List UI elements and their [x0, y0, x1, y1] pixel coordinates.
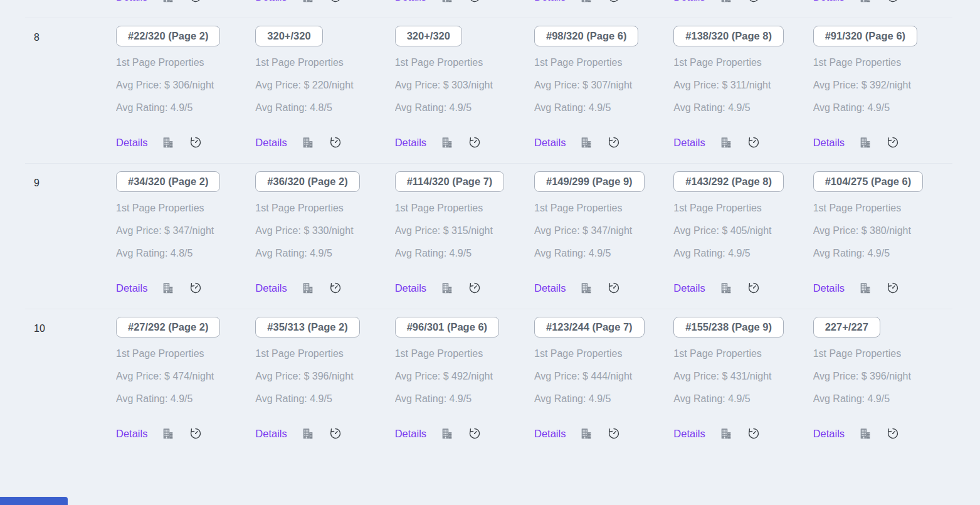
rank-badge[interactable]: #35/313 (Page 2)	[255, 317, 359, 338]
rank-badge[interactable]: #96/301 (Page 6)	[395, 317, 499, 338]
history-clock-icon[interactable]	[189, 427, 203, 440]
details-link[interactable]: Details	[116, 282, 147, 294]
building-icon[interactable]	[161, 281, 175, 295]
avg-rating-text: Avg Rating: 4.9/5	[255, 242, 394, 265]
history-clock-icon[interactable]	[189, 0, 203, 4]
rank-badge[interactable]: #36/320 (Page 2)	[255, 171, 359, 192]
rank-badge[interactable]: #104/275 (Page 6)	[813, 171, 924, 192]
building-icon[interactable]	[579, 0, 593, 4]
details-link[interactable]: Details	[534, 0, 566, 3]
details-link[interactable]: Details	[395, 137, 426, 149]
history-clock-icon[interactable]	[329, 281, 342, 295]
history-clock-icon[interactable]	[468, 281, 482, 295]
building-icon[interactable]	[719, 281, 733, 295]
history-clock-icon[interactable]	[607, 427, 621, 440]
building-icon[interactable]	[858, 427, 872, 440]
rank-badge[interactable]: #34/320 (Page 2)	[116, 171, 220, 192]
rank-badge[interactable]: #114/320 (Page 7)	[395, 171, 505, 192]
history-clock-icon[interactable]	[468, 427, 482, 440]
history-clock-icon[interactable]	[607, 136, 621, 149]
building-icon[interactable]	[719, 427, 733, 440]
history-clock-icon[interactable]	[747, 281, 761, 295]
details-link[interactable]: Details	[813, 428, 845, 440]
details-link[interactable]: Details	[255, 282, 287, 294]
details-link[interactable]: Details	[116, 428, 147, 440]
building-icon[interactable]	[579, 427, 593, 440]
details-link[interactable]: Details	[813, 0, 845, 3]
rank-badge[interactable]: #149/299 (Page 9)	[534, 171, 645, 192]
details-link[interactable]: Details	[395, 428, 426, 440]
rank-badge[interactable]: 320+/320	[395, 26, 462, 46]
history-clock-icon[interactable]	[886, 136, 900, 149]
details-link[interactable]: Details	[534, 137, 566, 149]
building-icon[interactable]	[301, 427, 315, 440]
details-link[interactable]: Details	[673, 282, 705, 294]
history-clock-icon[interactable]	[468, 0, 482, 4]
history-clock-icon[interactable]	[747, 427, 761, 440]
building-icon[interactable]	[579, 136, 593, 149]
rank-badge[interactable]: #98/320 (Page 6)	[534, 26, 638, 46]
details-link[interactable]: Details	[534, 282, 566, 294]
cell-subtitle: 1st Page Properties	[116, 197, 255, 220]
history-clock-icon[interactable]	[607, 0, 621, 4]
history-clock-icon[interactable]	[329, 136, 342, 149]
details-link[interactable]: Details	[534, 428, 566, 440]
avg-rating-text: Avg Rating: 4.9/5	[116, 97, 255, 119]
rank-badge[interactable]: 320+/320	[255, 26, 322, 46]
building-icon[interactable]	[161, 136, 175, 149]
details-link[interactable]: Details	[255, 0, 287, 3]
details-link[interactable]: Details	[813, 282, 845, 294]
rank-badge[interactable]: #155/238 (Page 9)	[673, 317, 784, 338]
details-link[interactable]: Details	[673, 428, 705, 440]
building-icon[interactable]	[301, 136, 315, 149]
history-clock-icon[interactable]	[747, 136, 761, 149]
avg-price-text: Avg Price: $ 347/night	[534, 220, 673, 242]
building-icon[interactable]	[161, 427, 175, 440]
details-link[interactable]: Details	[255, 428, 287, 440]
history-clock-icon[interactable]	[189, 281, 203, 295]
building-icon[interactable]	[719, 136, 733, 149]
details-link[interactable]: Details	[673, 0, 705, 3]
building-icon[interactable]	[579, 281, 593, 295]
rank-badge[interactable]: #27/292 (Page 2)	[116, 317, 220, 338]
history-clock-icon[interactable]	[329, 427, 342, 440]
building-icon[interactable]	[301, 0, 315, 4]
avg-rating-text: Avg Rating: 4.9/5	[813, 242, 952, 265]
building-icon[interactable]	[440, 281, 454, 295]
cell-subtitle: 1st Page Properties	[395, 197, 534, 220]
details-link[interactable]: Details	[116, 137, 147, 149]
rank-badge[interactable]: #123/244 (Page 7)	[534, 317, 645, 338]
history-clock-icon[interactable]	[886, 427, 900, 440]
building-icon[interactable]	[161, 0, 175, 4]
building-icon[interactable]	[858, 281, 872, 295]
building-icon[interactable]	[858, 136, 872, 149]
rank-badge[interactable]: #22/320 (Page 2)	[116, 26, 220, 46]
building-icon[interactable]	[440, 427, 454, 440]
details-link[interactable]: Details	[395, 0, 426, 3]
history-clock-icon[interactable]	[329, 0, 342, 4]
cell-subtitle: 1st Page Properties	[116, 343, 255, 365]
history-clock-icon[interactable]	[607, 281, 621, 295]
cell-subtitle: 1st Page Properties	[395, 343, 534, 365]
building-icon[interactable]	[301, 281, 315, 295]
details-link[interactable]: Details	[116, 0, 147, 3]
history-clock-icon[interactable]	[886, 0, 900, 4]
rank-badge[interactable]: #91/320 (Page 6)	[813, 26, 917, 46]
rank-badge[interactable]: #143/292 (Page 8)	[673, 171, 784, 192]
history-clock-icon[interactable]	[189, 136, 203, 149]
rank-badge[interactable]: 227+/227	[813, 317, 880, 338]
rank-badge[interactable]: #138/320 (Page 8)	[673, 26, 784, 46]
building-icon[interactable]	[440, 0, 454, 4]
avg-price-text: Avg Price: $ 303/night	[395, 74, 534, 97]
history-clock-icon[interactable]	[468, 136, 482, 149]
details-link[interactable]: Details	[255, 137, 287, 149]
details-link[interactable]: Details	[813, 137, 845, 149]
details-link[interactable]: Details	[395, 282, 426, 294]
building-icon[interactable]	[440, 136, 454, 149]
history-clock-icon[interactable]	[886, 281, 900, 295]
history-clock-icon[interactable]	[747, 0, 761, 4]
row-number: 10	[25, 309, 116, 455]
building-icon[interactable]	[858, 0, 872, 4]
details-link[interactable]: Details	[673, 137, 705, 149]
building-icon[interactable]	[719, 0, 733, 4]
